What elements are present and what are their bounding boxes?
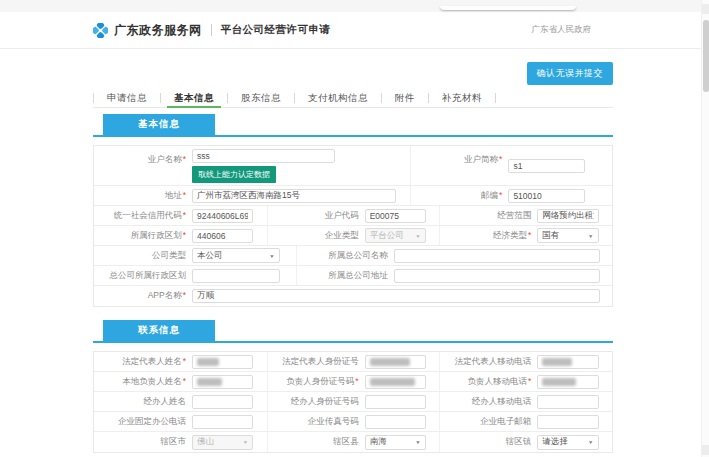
required-asterisk: * — [499, 155, 502, 164]
manager-mobile-input[interactable] — [537, 375, 598, 389]
field-label-admin-division: 所属行政区划* — [94, 226, 192, 245]
field-cell-economic-type: 国有▼ — [537, 226, 612, 245]
field-label-parent-admin-division: 总公司所属行政区划 — [94, 266, 192, 285]
operator-name-input[interactable] — [192, 395, 253, 409]
legal-rep-mobile-input[interactable] — [537, 355, 598, 369]
legal-rep-id-number-input[interactable] — [365, 355, 426, 369]
field-cell-postal-code — [508, 187, 612, 205]
scroll-down-arrow[interactable] — [702, 445, 709, 455]
enterprise-type-select-value: 平台公司 — [370, 230, 404, 242]
field-cell-operator-id-number — [365, 393, 440, 411]
field-cell-enterprise-type: 平台公司▼ — [365, 226, 440, 245]
tab-supplementary-materials[interactable]: 补充材料 — [429, 89, 495, 107]
tab-bar: 申请信息基本信息股东信息支付机构信息附件补充材料 — [93, 89, 613, 108]
company-type-select[interactable]: 本公司▼ — [192, 248, 280, 263]
tab-basic-info[interactable]: 基本信息 — [161, 89, 227, 107]
business-short-name-input[interactable] — [508, 159, 585, 173]
enterprise-type-select[interactable]: 平台公司▼ — [365, 228, 426, 243]
legal-rep-name-redacted-value — [197, 358, 219, 366]
local-manager-name-input[interactable] — [192, 375, 253, 389]
chevron-down-icon: ▼ — [588, 440, 594, 445]
field-label-operator-name: 经办人姓名 — [94, 392, 192, 411]
field-cell-legal-rep-name — [192, 353, 267, 371]
field-label-manager-id-number: 负责人身份证号码* — [267, 372, 365, 391]
form-row: 辖区市佛山▼辖区县南海▼辖区镇请选择▼ — [94, 432, 612, 452]
required-asterisk: * — [183, 357, 186, 366]
field-label-legal-rep-mobile: 法定代表人移动电话 — [439, 352, 537, 371]
operator-mobile-input[interactable] — [537, 395, 598, 409]
district-county-select-value: 南海 — [370, 436, 387, 448]
field-cell-legal-rep-mobile — [537, 353, 612, 371]
chevron-down-icon: ▼ — [415, 233, 421, 238]
district-county-select[interactable]: 南海▼ — [365, 435, 426, 450]
postal-code-input[interactable] — [508, 189, 585, 203]
app-name-input[interactable] — [192, 289, 600, 303]
field-cell-manager-mobile — [537, 373, 612, 391]
scrollbar-thumb[interactable] — [703, 20, 709, 92]
manager-id-number-redacted-value — [370, 378, 415, 386]
required-asterisk: * — [528, 231, 531, 240]
field-label-business-short-name: 业户简称* — [410, 146, 508, 185]
page-top-strip — [0, 0, 709, 12]
scrollbar[interactable] — [701, 0, 709, 457]
economic-type-select[interactable]: 国有▼ — [537, 228, 598, 243]
company-fax-input[interactable] — [365, 415, 426, 429]
company-type-select-value: 本公司 — [197, 250, 223, 262]
field-label-district-town: 辖区镇 — [439, 432, 537, 452]
parent-company-address-input[interactable] — [394, 269, 600, 283]
field-cell-operator-name — [192, 393, 267, 411]
gov-portal-link[interactable]: 广东省人民政府 — [532, 24, 592, 36]
required-asterisk: * — [183, 377, 186, 386]
field-cell-app-name — [192, 287, 612, 305]
field-label-business-code: 业户代码 — [267, 206, 365, 225]
parent-company-name-input[interactable] — [394, 249, 600, 263]
form-row: 经办人姓名经办人身份证号码经办人移动电话 — [94, 392, 612, 412]
field-cell-company-type: 本公司▼ — [192, 246, 296, 265]
form-row: 总公司所属行政区划所属总公司地址 — [94, 266, 612, 286]
manager-mobile-redacted-value — [542, 378, 576, 386]
field-label-legal-rep-name: 法定代表人姓名* — [94, 352, 192, 371]
gov-services-logo-icon — [93, 23, 108, 38]
field-cell-district-city: 佛山▼ — [192, 433, 267, 452]
parent-admin-division-input[interactable] — [192, 269, 280, 283]
required-asterisk: * — [183, 291, 186, 300]
tab-payment-org-info[interactable]: 支付机构信息 — [295, 89, 381, 107]
field-label-local-manager-name: 本地负责人姓名* — [94, 372, 192, 391]
confirm-submit-button[interactable]: 确认无误并提交 — [527, 62, 614, 85]
admin-division-input[interactable] — [192, 229, 253, 243]
company-landline-input[interactable] — [192, 415, 253, 429]
company-email-input[interactable] — [537, 415, 598, 429]
section-header-basic-info: 基本信息 — [93, 113, 613, 137]
field-label-economic-type: 经济类型* — [439, 226, 537, 245]
field-cell-parent-company-address — [394, 267, 612, 285]
field-label-district-county: 辖区县 — [267, 432, 365, 452]
field-label-address: 地址* — [94, 186, 192, 205]
operator-id-number-input[interactable] — [365, 395, 426, 409]
tab-separator — [495, 93, 496, 103]
scroll-up-arrow[interactable] — [702, 4, 709, 14]
business-scope-input[interactable] — [537, 209, 598, 223]
tab-shareholder-info[interactable]: 股东信息 — [228, 89, 294, 107]
address-input[interactable] — [192, 189, 396, 203]
manager-id-number-input[interactable] — [365, 375, 426, 389]
field-label-enterprise-type: 企业类型 — [267, 226, 365, 245]
form-row: 所属行政区划*企业类型平台公司▼经济类型*国有▼ — [94, 226, 612, 246]
district-city-select[interactable]: 佛山▼ — [192, 435, 253, 450]
unified-social-credit-code-input[interactable] — [192, 209, 253, 223]
form-row: 地址*邮编* — [94, 186, 612, 206]
district-city-select-value: 佛山 — [197, 436, 214, 448]
business-code-input[interactable] — [365, 209, 426, 223]
field-cell-local-manager-name — [192, 373, 267, 391]
legal-rep-name-input[interactable] — [192, 355, 253, 369]
field-label-district-city: 辖区市 — [94, 432, 192, 452]
field-cell-business-name: 取线上能力认定数据 — [192, 147, 410, 185]
business-name-input[interactable] — [192, 149, 335, 163]
tab-attachments[interactable]: 附件 — [382, 89, 428, 107]
field-label-legal-rep-id-number: 法定代表人身份证号 — [267, 352, 365, 371]
fetch-online-capability-data-button[interactable]: 取线上能力认定数据 — [192, 166, 276, 183]
tab-application-info[interactable]: 申请信息 — [94, 89, 160, 107]
site-header: 广东政务服务网 平台公司经营许可申请 广东省人民政府 — [0, 12, 709, 49]
field-cell-admin-division — [192, 227, 267, 245]
district-town-select[interactable]: 请选择▼ — [537, 435, 598, 450]
page-title: 平台公司经营许可申请 — [221, 23, 331, 37]
